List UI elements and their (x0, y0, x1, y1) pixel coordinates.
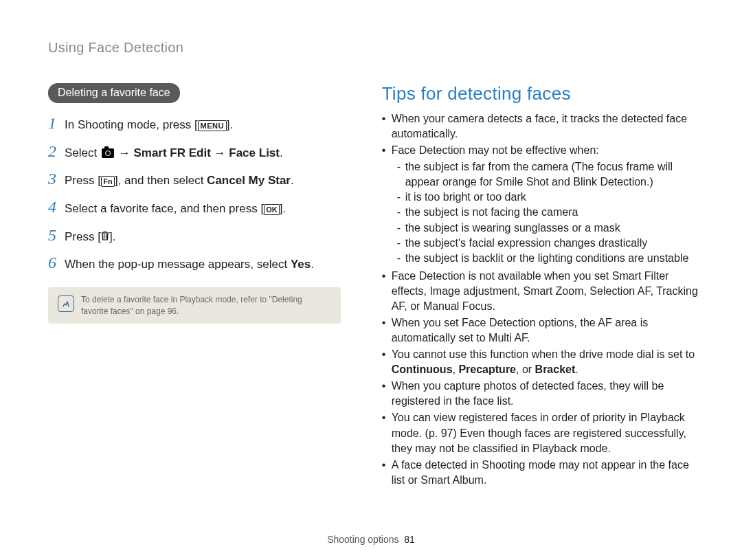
footer-page-number: 81 (404, 534, 415, 545)
tip-subitem: the subject is not facing the camera (397, 205, 701, 220)
right-column: Tips for detecting faces When your camer… (382, 83, 701, 489)
tip-item: When you set Face Detection options, the… (382, 315, 701, 346)
tip-item: A face detected in Shooting mode may not… (382, 458, 701, 488)
tip-item: Face Detection may not be effective when… (382, 143, 701, 266)
tip-subitem: the subject is backlit or the lighting c… (397, 251, 701, 266)
left-column: Deleting a favorite face 1 In Shooting m… (48, 83, 341, 489)
section-heading-pill: Deleting a favorite face (48, 83, 180, 103)
note-icon (58, 295, 74, 312)
tip-subitem: it is too bright or too dark (397, 190, 701, 205)
step-number: 3 (48, 170, 65, 188)
footer-section-label: Shooting options (327, 534, 398, 545)
tip-subitem: the subject's facial expression changes … (397, 236, 701, 251)
step-text: Select a favorite face, and then press [… (65, 201, 286, 218)
step-text: Select → Smart FR Edit → Face List. (65, 145, 283, 162)
tips-list: When your camera detects a face, it trac… (382, 111, 701, 488)
step-number: 2 (48, 142, 65, 161)
step-text: When the pop-up message appears, select … (65, 256, 314, 273)
tips-heading: Tips for detecting faces (382, 83, 701, 104)
step-item: 2 Select → Smart FR Edit → Face List. (48, 142, 341, 162)
manual-page: Using Face Detection Deleting a favorite… (0, 0, 742, 489)
tip-item: When your camera detects a face, it trac… (382, 111, 701, 142)
tip-item: Face Detection is not available when you… (382, 269, 701, 314)
tip-item: When you capture photos of detected face… (382, 379, 701, 409)
steps-list: 1 In Shooting mode, press [MENU]. 2 Sele… (48, 114, 341, 273)
content-columns: Deleting a favorite face 1 In Shooting m… (48, 83, 701, 489)
fn-icon: Fn (101, 176, 115, 187)
camera-icon (102, 148, 114, 158)
step-number: 6 (48, 254, 65, 272)
breadcrumb: Using Face Detection (48, 40, 701, 56)
menu-icon: MENU (198, 120, 227, 131)
trash-icon (101, 231, 109, 240)
tip-sublist: the subject is far from the camera (The … (392, 159, 701, 266)
ok-icon: OK (264, 204, 280, 215)
step-text: In Shooting mode, press [MENU]. (65, 117, 233, 134)
step-number: 4 (48, 198, 65, 216)
step-number: 1 (48, 114, 65, 133)
step-item: 5 Press []. (48, 226, 341, 246)
note-box: To delete a favorite face in Playback mo… (48, 287, 341, 324)
note-text: To delete a favorite face in Playback mo… (81, 294, 331, 317)
step-item: 3 Press [Fn], and then select Cancel My … (48, 170, 341, 190)
tip-item: You cannot use this function when the dr… (382, 347, 701, 377)
step-number: 5 (48, 226, 65, 245)
tip-subitem: the subject is far from the camera (The … (397, 159, 701, 190)
step-item: 6 When the pop-up message appears, selec… (48, 254, 341, 273)
step-item: 1 In Shooting mode, press [MENU]. (48, 114, 341, 134)
tip-subitem: the subject is wearing sunglasses or a m… (397, 221, 701, 236)
step-item: 4 Select a favorite face, and then press… (48, 198, 341, 218)
step-text: Press [Fn], and then select Cancel My St… (65, 172, 294, 190)
page-footer: Shooting options 81 (0, 534, 742, 545)
step-text: Press []. (65, 229, 115, 246)
tip-item: You can view registered faces in order o… (382, 410, 701, 456)
